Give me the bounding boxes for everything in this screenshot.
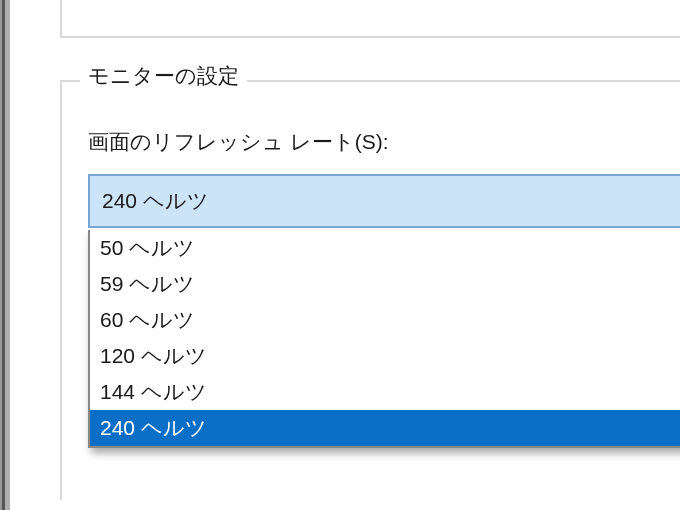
refresh-rate-option-label: 240 ヘルツ (100, 414, 207, 442)
refresh-rate-option[interactable]: 240 ヘルツ (90, 410, 680, 446)
dialog-content-area: モニターの設定 画面のリフレッシュ レート(S): 240 ヘルツ 50 ヘルツ… (10, 0, 680, 510)
previous-group-box-fragment (60, 0, 680, 38)
refresh-rate-option[interactable]: 120 ヘルツ (90, 338, 680, 374)
refresh-rate-option-label: 59 ヘルツ (100, 270, 195, 298)
refresh-rate-option[interactable]: 60 ヘルツ (90, 302, 680, 338)
refresh-rate-combobox-value: 240 ヘルツ (102, 187, 209, 215)
refresh-rate-option[interactable]: 144 ヘルツ (90, 374, 680, 410)
refresh-rate-option[interactable]: 50 ヘルツ (90, 230, 680, 266)
refresh-rate-option-label: 50 ヘルツ (100, 234, 195, 262)
refresh-rate-label: 画面のリフレッシュ レート(S): (88, 128, 389, 156)
refresh-rate-option-label: 120 ヘルツ (100, 342, 207, 370)
refresh-rate-option-label: 60 ヘルツ (100, 306, 195, 334)
refresh-rate-combobox[interactable]: 240 ヘルツ (88, 174, 680, 228)
monitor-settings-group-title: モニターの設定 (80, 62, 247, 90)
refresh-rate-dropdown-list[interactable]: 50 ヘルツ 59 ヘルツ 60 ヘルツ 120 ヘルツ 144 ヘルツ 240… (88, 230, 680, 448)
refresh-rate-option[interactable]: 59 ヘルツ (90, 266, 680, 302)
refresh-rate-option-label: 144 ヘルツ (100, 378, 207, 406)
